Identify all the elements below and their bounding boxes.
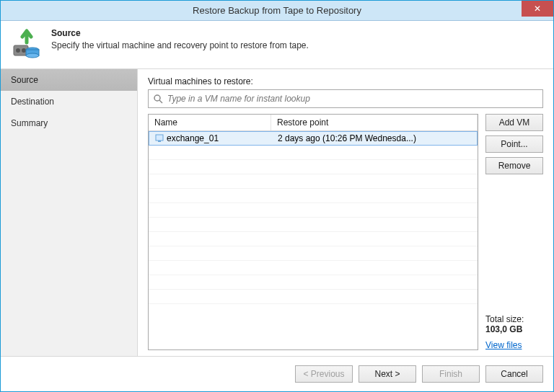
total-label: Total size: [485, 314, 524, 324]
button-label: < Previous [303, 369, 344, 379]
column-restore-point[interactable]: Restore point [271, 115, 478, 130]
header-subtitle: Specify the virtual machine and recovery… [51, 40, 309, 50]
content-row: Name Restore point exchange_01 [148, 114, 543, 350]
tape-restore-icon [11, 28, 43, 60]
search-icon [153, 94, 163, 104]
empty-row [149, 275, 478, 290]
button-label: Remove [498, 161, 531, 171]
list-label: Virtual machines to restore: [148, 76, 543, 86]
button-label: Add VM [499, 117, 530, 128]
column-name[interactable]: Name [149, 115, 271, 130]
empty-row [149, 232, 478, 246]
cell-name-text: exchange_01 [167, 133, 219, 143]
empty-row [149, 189, 478, 203]
svg-point-6 [154, 95, 160, 101]
empty-row [149, 246, 478, 261]
empty-row [149, 146, 478, 160]
total-size: Total size: 103,0 GB [485, 314, 543, 334]
main-panel: Virtual machines to restore: Name Restor… [138, 69, 553, 356]
svg-point-5 [26, 53, 39, 58]
next-button[interactable]: Next > [359, 365, 416, 383]
sidebar-item-destination[interactable]: Destination [1, 91, 137, 112]
dialog-window: Restore Backup from Tape to Repository ✕… [0, 0, 554, 392]
finish-button: Finish [422, 365, 480, 383]
header-title: Source [51, 28, 309, 38]
svg-point-2 [22, 48, 26, 53]
cell-restore-text: 2 days ago (10:26 PM Wednesda...) [278, 133, 416, 143]
window-title: Restore Backup from Tape to Repository [1, 5, 553, 16]
table-row[interactable]: exchange_01 2 days ago (10:26 PM Wednesd… [149, 131, 478, 146]
grid-header: Name Restore point [149, 115, 478, 131]
button-label: Point... [501, 139, 527, 149]
svg-line-7 [159, 100, 162, 103]
empty-row [149, 174, 478, 189]
wizard-footer: < Previous Next > Finish Cancel [1, 356, 553, 391]
add-vm-button[interactable]: Add VM [485, 114, 543, 131]
close-button[interactable]: ✕ [522, 1, 553, 17]
cell-name: exchange_01 [149, 132, 272, 145]
sidebar-item-label: Destination [11, 97, 54, 107]
point-button[interactable]: Point... [485, 135, 543, 153]
side-buttons: Add VM Point... Remove Total size: 103,0… [485, 114, 543, 350]
cancel-button[interactable]: Cancel [485, 365, 543, 383]
search-box[interactable] [148, 89, 543, 108]
sidebar-item-label: Source [11, 75, 38, 85]
button-label: Cancel [501, 369, 527, 379]
wizard-body: Source Destination Summary Virtual machi… [1, 69, 553, 356]
sidebar-item-label: Summary [11, 118, 48, 128]
empty-row [149, 218, 478, 232]
grid-body[interactable]: exchange_01 2 days ago (10:26 PM Wednesd… [149, 131, 478, 349]
svg-point-1 [16, 48, 20, 53]
vm-icon [155, 134, 164, 143]
empty-row [149, 203, 478, 218]
titlebar[interactable]: Restore Backup from Tape to Repository ✕ [1, 1, 553, 21]
header-text: Source Specify the virtual machine and r… [51, 28, 309, 60]
button-label: Next > [374, 369, 400, 379]
wizard-sidebar: Source Destination Summary [1, 69, 138, 356]
search-input[interactable] [167, 94, 538, 104]
empty-row [149, 261, 478, 275]
sidebar-item-source[interactable]: Source [1, 69, 137, 91]
button-label: Finish [439, 369, 462, 379]
view-files-link[interactable]: View files [485, 340, 543, 350]
svg-rect-9 [158, 141, 161, 142]
cell-restore: 2 days ago (10:26 PM Wednesda...) [272, 132, 477, 145]
close-icon: ✕ [534, 4, 541, 14]
remove-button[interactable]: Remove [485, 157, 543, 174]
empty-row [149, 290, 478, 304]
sidebar-item-summary[interactable]: Summary [1, 112, 137, 134]
spacer [485, 179, 543, 306]
total-value: 103,0 GB [485, 324, 522, 334]
previous-button: < Previous [295, 365, 353, 383]
vm-grid: Name Restore point exchange_01 [148, 114, 478, 350]
empty-row [149, 160, 478, 174]
wizard-header: Source Specify the virtual machine and r… [1, 21, 553, 69]
svg-rect-8 [156, 135, 163, 141]
